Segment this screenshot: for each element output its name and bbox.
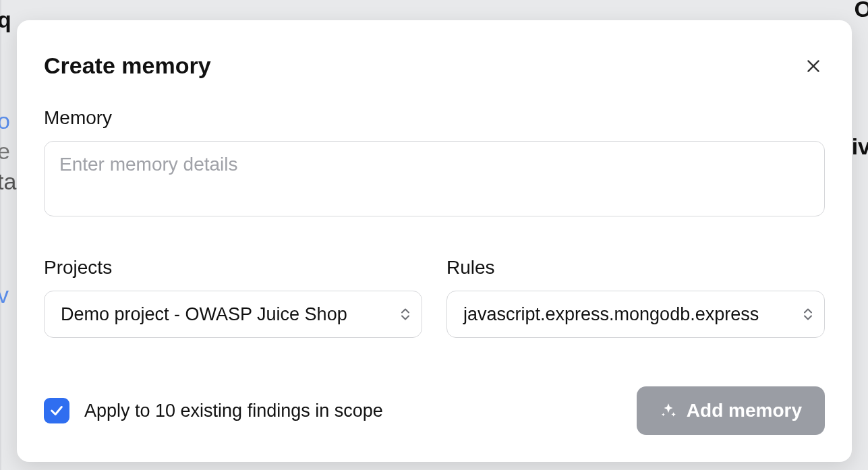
close-icon: [805, 57, 822, 75]
projects-label: Projects: [44, 257, 422, 278]
select-row: Projects Demo project - OWASP Juice Shop…: [44, 257, 825, 338]
projects-selected-value: Demo project - OWASP Juice Shop: [61, 304, 347, 325]
memory-field-group: Memory: [44, 107, 825, 219]
projects-select[interactable]: Demo project - OWASP Juice Shop: [44, 291, 422, 338]
apply-scope-checkbox[interactable]: [44, 398, 69, 423]
memory-input[interactable]: [44, 141, 825, 216]
apply-scope-row: Apply to 10 existing findings in scope: [44, 398, 383, 423]
memory-label: Memory: [44, 107, 825, 129]
modal-header: Create memory: [44, 53, 825, 79]
rules-field-group: Rules javascript.express.mongodb.express: [446, 257, 825, 338]
modal-title: Create memory: [44, 53, 211, 79]
modal-footer: Apply to 10 existing findings in scope A…: [44, 386, 825, 435]
apply-scope-label: Apply to 10 existing findings in scope: [84, 401, 383, 421]
sparkles-icon: [660, 402, 677, 419]
rules-select[interactable]: javascript.express.mongodb.express: [446, 291, 825, 338]
rules-selected-value: javascript.express.mongodb.express: [463, 304, 759, 325]
create-memory-modal: Create memory Memory Projects Demo proje…: [17, 20, 852, 462]
add-memory-button[interactable]: Add memory: [637, 386, 825, 435]
check-icon: [49, 403, 64, 418]
rules-label: Rules: [446, 257, 825, 278]
add-memory-button-label: Add memory: [687, 400, 802, 421]
close-button[interactable]: [802, 55, 825, 78]
projects-field-group: Projects Demo project - OWASP Juice Shop: [44, 257, 422, 338]
